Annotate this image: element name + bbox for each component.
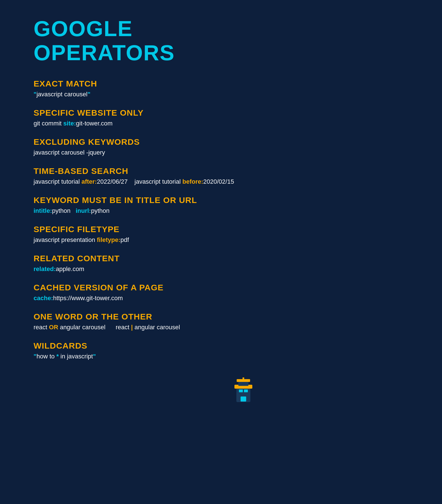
specific-website-suffix: git-tower.com bbox=[76, 120, 113, 127]
section-specific-filetype: SPECIFIC FILETYPE javascript presentatio… bbox=[34, 225, 260, 244]
svg-rect-4 bbox=[239, 389, 243, 392]
example-wildcards: "how to * in javascript" bbox=[34, 353, 260, 360]
heading-exact-match: EXACT MATCH bbox=[34, 79, 260, 88]
section-related-content: RELATED CONTENT related:apple.com bbox=[34, 254, 260, 273]
intitle-highlight: intitle: bbox=[34, 207, 52, 214]
section-time-based: TIME-BASED SEARCH javascript tutorial af… bbox=[34, 166, 260, 185]
heading-one-word-other: ONE WORD OR THE OTHER bbox=[34, 312, 260, 321]
heading-specific-filetype: SPECIFIC FILETYPE bbox=[34, 225, 260, 234]
related-highlight: related: bbox=[34, 265, 56, 272]
filetype-prefix: javascript presentation bbox=[34, 236, 97, 243]
intitle-suffix: python bbox=[52, 207, 70, 214]
wildcard-star: * bbox=[56, 353, 59, 360]
example-cached-version: cache:https://www.git-tower.com bbox=[34, 295, 260, 302]
cache-highlight: cache: bbox=[34, 295, 53, 302]
heading-cached-version: CACHED VERSION OF A PAGE bbox=[34, 283, 260, 292]
example-time-based: javascript tutorial after:2022/06/27 jav… bbox=[34, 178, 260, 185]
time-based-part2-highlight: before: bbox=[182, 178, 203, 185]
page-title: GOOGLE OPERATORS bbox=[34, 17, 260, 65]
wildcard-suffix: in javascript bbox=[59, 353, 93, 360]
inurl-highlight: inurl: bbox=[76, 207, 91, 214]
wildcard-prefix: how to bbox=[36, 353, 56, 360]
example-specific-filetype: javascript presentation filetype:pdf bbox=[34, 236, 260, 244]
wildcard-quote-open: " bbox=[34, 353, 36, 360]
exact-match-text: javascript carousel bbox=[36, 91, 87, 98]
example-related-content: related:apple.com bbox=[34, 265, 260, 273]
time-based-part1-prefix: javascript tutorial bbox=[34, 178, 81, 185]
section-excluding-keywords: EXCLUDING KEYWORDS javascript carousel -… bbox=[34, 137, 260, 156]
example-excluding-keywords: javascript carousel -jquery bbox=[34, 149, 260, 156]
logo-container bbox=[34, 377, 260, 405]
or-part1-prefix: react bbox=[34, 324, 49, 331]
section-exact-match: EXACT MATCH "javascript carousel" bbox=[34, 79, 260, 98]
tower-logo bbox=[232, 377, 255, 405]
example-exact-match: "javascript carousel" bbox=[34, 91, 260, 98]
section-specific-website: SPECIFIC WEBSITE ONLY git commit site:gi… bbox=[34, 108, 260, 127]
wildcard-quote-close: " bbox=[93, 353, 96, 360]
example-specific-website: git commit site:git-tower.com bbox=[34, 120, 260, 127]
section-keyword-title-url: KEYWORD MUST BE IN TITLE OR URL intitle:… bbox=[34, 195, 260, 214]
section-cached-version: CACHED VERSION OF A PAGE cache:https://w… bbox=[34, 283, 260, 302]
or-part1-suffix: angular carousel bbox=[58, 324, 105, 331]
heading-wildcards: WILDCARDS bbox=[34, 341, 260, 351]
or-highlight: OR bbox=[49, 324, 58, 331]
time-based-part2-suffix: 2020/02/15 bbox=[203, 178, 234, 185]
svg-rect-6 bbox=[241, 396, 246, 402]
filetype-highlight: filetype: bbox=[97, 236, 120, 243]
inurl-suffix: python bbox=[91, 207, 109, 214]
time-based-part2-prefix: javascript tutorial bbox=[135, 178, 182, 185]
quote-close: " bbox=[88, 91, 90, 98]
specific-website-highlight: site: bbox=[63, 120, 76, 127]
section-one-word-other: ONE WORD OR THE OTHER react OR angular c… bbox=[34, 312, 260, 331]
pipe-part2-suffix: angular carousel bbox=[133, 324, 180, 331]
example-one-word-other: react OR angular carousel react | angula… bbox=[34, 324, 260, 331]
time-based-part1-suffix: 2022/06/27 bbox=[97, 178, 128, 185]
specific-website-prefix: git commit bbox=[34, 120, 63, 127]
heading-time-based: TIME-BASED SEARCH bbox=[34, 166, 260, 176]
pipe-part2-prefix: react bbox=[116, 324, 131, 331]
time-based-part1-highlight: after: bbox=[81, 178, 97, 185]
filetype-suffix: pdf bbox=[121, 236, 129, 243]
related-suffix: apple.com bbox=[56, 265, 84, 272]
example-keyword-title-url: intitle:python inurl:python bbox=[34, 207, 260, 214]
svg-rect-5 bbox=[244, 389, 248, 392]
svg-rect-7 bbox=[243, 377, 244, 380]
heading-specific-website: SPECIFIC WEBSITE ONLY bbox=[34, 108, 260, 118]
section-wildcards: WILDCARDS "how to * in javascript" bbox=[34, 341, 260, 360]
cache-suffix: https://www.git-tower.com bbox=[53, 295, 123, 302]
heading-related-content: RELATED CONTENT bbox=[34, 254, 260, 263]
heading-excluding-keywords: EXCLUDING KEYWORDS bbox=[34, 137, 260, 147]
heading-keyword-title-url: KEYWORD MUST BE IN TITLE OR URL bbox=[34, 195, 260, 205]
quote-open: " bbox=[34, 91, 36, 98]
